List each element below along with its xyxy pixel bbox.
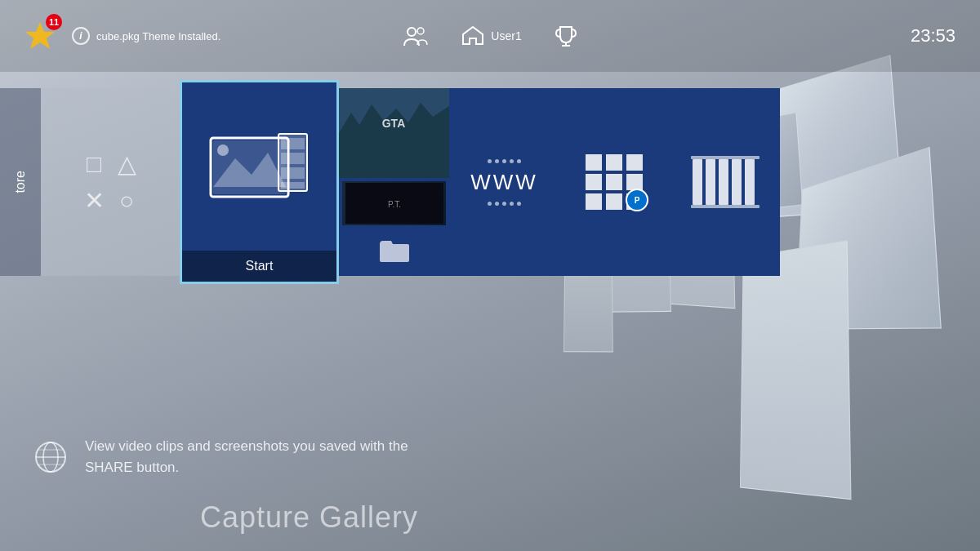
svg-point-8 (217, 144, 229, 156)
gta-cover: GTA (339, 88, 449, 178)
svg-rect-26 (745, 159, 755, 205)
capture-gallery-icon-area (182, 82, 336, 251)
www-label: WWW (470, 170, 538, 195)
circle-symbol: ○ (117, 189, 137, 213)
svg-point-1 (408, 28, 416, 36)
info-icon: i (72, 27, 90, 45)
capture-gallery-tile[interactable]: Start (180, 80, 339, 284)
svg-rect-24 (719, 159, 728, 205)
www-content: WWW (470, 159, 538, 206)
svg-rect-13 (281, 182, 305, 189)
folder-icon (378, 238, 411, 264)
trophy-section[interactable] (555, 24, 577, 47)
gta-image: GTA (339, 88, 449, 178)
clock-display: 23:53 (911, 25, 956, 47)
library-icon-container (688, 153, 762, 211)
gta-cover-art: GTA (339, 88, 449, 178)
description-text: View video clips and screenshots you sav… (85, 436, 408, 478)
cross-symbol: ✕ (84, 189, 105, 213)
svg-rect-22 (693, 159, 702, 205)
ps-plus-container[interactable]: 11 (24, 20, 56, 51)
ps-store-tile[interactable]: P (559, 88, 670, 276)
gta-sub-tiles: P.T. (339, 178, 449, 276)
triangle-symbol: △ (117, 152, 137, 176)
friends-icon (403, 24, 429, 47)
app-title: Capture Gallery (200, 500, 418, 535)
www-dots-top (470, 159, 538, 163)
svg-point-2 (417, 28, 424, 34)
store-label: tore (13, 171, 28, 193)
top-bar-center: User1 (403, 24, 577, 47)
globe-icon (33, 439, 69, 475)
top-bar-left: 11 i cube.pkg Theme Installed. (24, 20, 403, 51)
www-tile[interactable]: WWW (449, 88, 559, 276)
gta-tile[interactable]: GTA P.T. (339, 88, 449, 276)
trophy-icon (555, 24, 577, 47)
svg-text:P: P (634, 196, 639, 205)
description-line2: SHARE button. (85, 460, 179, 475)
folder-tile (342, 229, 446, 273)
notification-area: i cube.pkg Theme Installed. (72, 27, 220, 45)
svg-rect-11 (281, 153, 305, 164)
svg-rect-23 (706, 159, 715, 205)
ps-logo-small: P (630, 193, 644, 207)
pt-tile: P.T. (342, 181, 446, 225)
library-tile[interactable] (670, 88, 780, 276)
friends-section[interactable] (403, 24, 429, 47)
svg-rect-16 (339, 133, 449, 178)
ps-symbols-grid: □ △ ✕ ○ (68, 136, 154, 229)
main-content: tore □ △ ✕ ○ (0, 72, 980, 551)
globe-icon-container (33, 439, 69, 475)
description-line1: View video clips and screenshots you sav… (85, 438, 408, 454)
capture-gallery-start-label: Start (182, 251, 336, 282)
svg-text:GTA: GTA (382, 117, 406, 130)
capture-gallery-svg (207, 122, 313, 211)
svg-rect-10 (281, 138, 305, 149)
user-section[interactable]: User1 (461, 24, 521, 47)
pt-cover: P.T. (345, 183, 443, 224)
tiles-row: tore □ △ ✕ ○ (0, 72, 980, 300)
www-dots-bottom (470, 202, 538, 206)
library-icon (688, 153, 762, 211)
top-bar-right: 23:53 (577, 25, 956, 47)
svg-rect-28 (691, 156, 760, 159)
grid-icon-container: P (586, 154, 644, 210)
svg-rect-27 (691, 205, 760, 208)
svg-rect-12 (281, 167, 305, 179)
notification-badge: 11 (46, 14, 62, 30)
top-bar: 11 i cube.pkg Theme Installed. User1 (0, 0, 980, 72)
store-tile[interactable]: tore (0, 88, 41, 276)
notification-text: cube.pkg Theme Installed. (96, 30, 220, 42)
ps-symbols-tile[interactable]: □ △ ✕ ○ (41, 88, 180, 276)
square-symbol: □ (84, 152, 105, 176)
description-area: View video clips and screenshots you sav… (0, 411, 980, 502)
home-icon (461, 24, 484, 47)
svg-text:P.T.: P.T. (388, 200, 401, 209)
ps-store-badge: P (626, 189, 648, 211)
user-label: User1 (491, 29, 521, 42)
svg-rect-25 (732, 159, 742, 205)
